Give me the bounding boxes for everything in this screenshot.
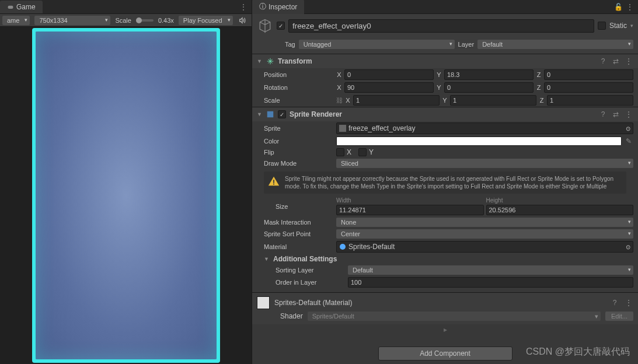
sprite-field[interactable]: freeze_effect_overlay ⊙ <box>336 123 633 134</box>
edit-button[interactable]: Edit... <box>605 312 633 321</box>
inspector-tab[interactable]: ⓘ Inspector <box>252 0 304 14</box>
scale-value: 0.43x <box>158 17 174 24</box>
material-title: Sprites-Default (Material) <box>274 299 605 307</box>
material-menu-icon[interactable]: ⋮ <box>624 298 633 307</box>
height-input[interactable] <box>486 205 634 215</box>
game-view <box>0 27 252 364</box>
svg-rect-0 <box>8 5 13 8</box>
position-x[interactable] <box>344 69 434 80</box>
help-icon[interactable]: ? <box>610 298 619 307</box>
shader-label: Shader <box>280 312 303 320</box>
scale-x[interactable] <box>353 95 440 106</box>
warning-text: Sprite Tiling might not appear correctly… <box>285 175 623 190</box>
layer-label: Layer <box>458 41 475 48</box>
game-icon <box>7 4 14 10</box>
game-tab[interactable]: Game <box>0 1 43 13</box>
scale-z[interactable] <box>547 95 633 106</box>
width-label: Width <box>336 197 484 204</box>
play-mode-dropdown[interactable]: Play Focused <box>179 16 233 25</box>
scale-row: Scale ⛓ X Y Z <box>252 94 638 107</box>
help-icon[interactable]: ? <box>598 110 608 119</box>
static-dropdown-icon[interactable]: ▾ <box>630 23 633 29</box>
tab-menu-icon[interactable]: ⋮ <box>239 2 248 12</box>
mask-label: Mask Interaction <box>264 219 334 226</box>
sort-point-label: Sprite Sort Point <box>264 230 334 237</box>
layer-dropdown[interactable]: Default <box>477 40 633 49</box>
preset-icon[interactable]: ⇄ <box>611 110 620 119</box>
position-y[interactable] <box>444 69 534 80</box>
rotation-y[interactable] <box>444 82 534 93</box>
flip-x-checkbox[interactable] <box>336 148 344 156</box>
order-input[interactable] <box>348 277 633 288</box>
flip-y-checkbox[interactable] <box>358 148 367 156</box>
warning-icon <box>267 175 280 188</box>
material-preview[interactable] <box>257 296 270 309</box>
object-name-input[interactable] <box>288 19 594 33</box>
sprite-renderer-icon <box>266 110 274 118</box>
game-tab-label: Game <box>16 3 36 11</box>
sort-point-dropdown[interactable]: Center <box>336 229 633 239</box>
shader-dropdown[interactable]: Sprites/Default <box>308 312 601 321</box>
component-menu-icon[interactable]: ⋮ <box>624 57 633 66</box>
scale-slider[interactable] <box>136 19 154 22</box>
material-value: Sprites-Default <box>348 243 395 251</box>
inspector-tab-label: Inspector <box>269 3 297 11</box>
material-field[interactable]: Sprites-Default ⊙ <box>336 241 633 253</box>
draw-mode-label: Draw Mode <box>264 160 334 167</box>
tag-dropdown[interactable]: Untagged <box>299 40 455 49</box>
foldout-icon[interactable]: ▼ <box>264 256 270 262</box>
object-picker-icon[interactable]: ⊙ <box>626 125 630 132</box>
sprite-obj-icon <box>339 125 346 132</box>
material-obj-icon <box>339 243 346 250</box>
rotation-x[interactable] <box>344 82 434 93</box>
rotation-label: Rotation <box>264 84 334 91</box>
static-checkbox[interactable] <box>598 22 606 30</box>
preset-icon[interactable]: ⇄ <box>611 57 620 66</box>
sprite-value: freeze_effect_overlay <box>348 124 416 132</box>
game-preview <box>32 28 220 363</box>
inspector-tab-bar: ⓘ Inspector 🔓 ⋮ <box>252 0 638 14</box>
link-icon[interactable]: ⛓ <box>336 97 343 104</box>
component-menu-icon[interactable]: ⋮ <box>624 110 633 119</box>
resolution-dropdown[interactable]: 750x1334 <box>34 16 110 25</box>
axis-y: Y <box>436 71 442 78</box>
sorting-layer-dropdown[interactable]: Default <box>348 265 633 275</box>
game-name-dropdown[interactable]: ame <box>2 16 30 25</box>
scale-y[interactable] <box>450 95 536 106</box>
inspector-menu-icon[interactable]: ⋮ <box>625 2 634 12</box>
color-label: Color <box>264 138 334 145</box>
sprite-renderer-title: Sprite Renderer <box>290 110 595 118</box>
axis-z: Z <box>536 71 542 78</box>
rotation-z[interactable] <box>544 82 633 93</box>
foldout-icon[interactable]: ▼ <box>257 58 263 64</box>
mask-dropdown[interactable]: None <box>336 218 633 227</box>
game-toolbar: ame 750x1334 Scale 0.43x Play Focused <box>0 14 252 27</box>
draw-mode-dropdown[interactable]: Sliced <box>336 159 633 168</box>
position-label: Position <box>264 71 334 78</box>
rotation-row: Rotation X Y Z <box>252 81 638 94</box>
width-input[interactable] <box>336 205 484 215</box>
order-label: Order in Layer <box>276 279 346 286</box>
add-component-button[interactable]: Add Component <box>378 346 513 360</box>
sprite-renderer-enabled[interactable] <box>278 110 286 118</box>
sprite-renderer-header[interactable]: ▼ Sprite Renderer ? ⇄ ⋮ <box>252 107 638 121</box>
sprite-label: Sprite <box>264 125 334 132</box>
help-icon[interactable]: ? <box>598 57 608 66</box>
expand-handle[interactable]: ▸ <box>252 324 638 335</box>
audio-icon[interactable] <box>238 16 247 25</box>
watermark: CSDN @梦回大唐敲代码 <box>526 346 630 358</box>
material-section: Sprites-Default (Material) ? ⋮ Shader Sp… <box>252 292 638 324</box>
transform-header[interactable]: ▼ Transform ? ⇄ ⋮ <box>252 54 638 68</box>
foldout-icon[interactable]: ▼ <box>257 111 263 117</box>
lock-icon[interactable]: 🔓 <box>613 2 623 12</box>
color-field[interactable] <box>336 136 622 146</box>
position-z[interactable] <box>544 69 633 80</box>
static-label: Static <box>609 22 627 30</box>
svg-rect-1 <box>267 111 274 118</box>
flip-y-label: Y <box>369 148 374 156</box>
object-picker-icon[interactable]: ⊙ <box>626 244 630 250</box>
svg-rect-2 <box>339 125 346 132</box>
eyedropper-icon[interactable]: ✎ <box>624 136 633 146</box>
active-checkbox[interactable] <box>277 22 285 30</box>
flip-label: Flip <box>264 149 334 156</box>
